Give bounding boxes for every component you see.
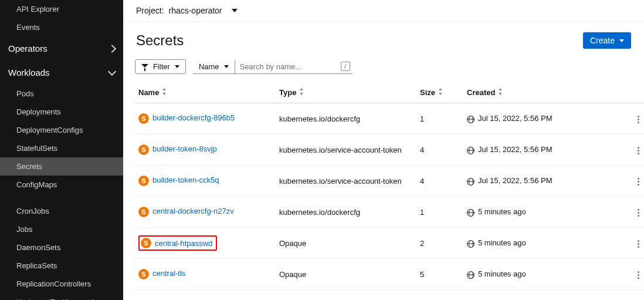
sidebar-item-cronjobs[interactable]: CronJobs	[0, 202, 123, 220]
secret-type: kubernetes.io/service-account-token	[276, 166, 416, 197]
table-row: Scentral-token-6pjkckubernetes.io/servic…	[135, 290, 644, 301]
sort-icon	[300, 88, 304, 95]
sidebar: API ExplorerEvents Operators Workloads P…	[0, 0, 123, 300]
create-button-label: Create	[590, 36, 615, 45]
globe-icon	[467, 240, 474, 248]
project-name[interactable]: rhacs-operator	[168, 6, 222, 15]
secret-link[interactable]: central-htpasswd	[155, 239, 212, 248]
secret-size: 4	[416, 134, 463, 166]
sidebar-item-deployments[interactable]: Deployments	[0, 103, 123, 121]
search-input[interactable]	[235, 60, 341, 73]
secret-size: 4	[416, 290, 463, 301]
sidebar-section-operators[interactable]: Operators	[0, 36, 123, 60]
secret-link[interactable]: central-dockercfg-n27zv	[152, 207, 234, 215]
create-button[interactable]: Create	[583, 32, 631, 49]
resource-badge-icon: S	[138, 113, 149, 124]
sidebar-section-label: Workloads	[8, 68, 50, 77]
main-content: Project: rhacs-operator Secrets Create F…	[123, 0, 644, 300]
secret-size: 1	[416, 197, 463, 228]
secret-created: Jul 15, 2022, 5:56 PM	[463, 134, 626, 166]
secret-created: Jul 15, 2022, 5:56 PM	[463, 166, 626, 197]
sidebar-item-configmaps[interactable]: ConfigMaps	[0, 176, 123, 194]
chevron-down-icon	[224, 65, 229, 68]
globe-icon	[467, 147, 474, 154]
col-type[interactable]: Type	[276, 82, 416, 103]
sidebar-item-pods[interactable]: Pods	[0, 85, 123, 103]
kebab-menu-icon[interactable]	[634, 174, 643, 189]
chevron-right-icon	[108, 44, 116, 52]
secrets-table: Name Type Size Created Sbuilder-dockercf…	[135, 82, 644, 300]
name-label: Name	[199, 62, 219, 71]
sidebar-item-secrets[interactable]: Secrets	[0, 157, 123, 176]
resource-badge-icon: S	[138, 176, 149, 186]
filter-dropdown[interactable]: Filter	[135, 59, 186, 74]
secret-size: 1	[416, 103, 463, 134]
secret-created: 5 minutes ago	[463, 228, 626, 259]
sort-icon	[162, 88, 167, 95]
secret-type: kubernetes.io/service-account-token	[276, 290, 416, 301]
kebab-menu-icon[interactable]	[634, 268, 643, 282]
table-row: Scentral-dockercfg-n27zvkubernetes.io/do…	[135, 197, 644, 228]
secret-type: kubernetes.io/service-account-token	[276, 134, 416, 166]
globe-icon	[467, 271, 474, 279]
secret-size: 4	[416, 166, 463, 197]
toolbar: Filter Name /	[123, 56, 644, 82]
resource-badge-icon: S	[138, 207, 149, 217]
secret-type: kubernetes.io/dockercfg	[276, 103, 416, 134]
resource-badge-icon: S	[138, 144, 149, 155]
table-row: Sbuilder-token-cck5qkubernetes.io/servic…	[135, 166, 644, 197]
chevron-down-icon	[175, 65, 179, 68]
sidebar-item-deploymentconfigs[interactable]: DeploymentConfigs	[0, 121, 123, 139]
secret-size: 5	[416, 259, 463, 290]
secret-link[interactable]: builder-token-cck5q	[152, 176, 219, 184]
secret-created: 5 minutes ago	[463, 197, 626, 228]
sidebar-item-horizontalpodautoscalers[interactable]: HorizontalPodAutoscalers	[0, 293, 123, 300]
secret-created: 5 minutes ago	[463, 259, 626, 290]
sidebar-section-workloads[interactable]: Workloads	[0, 60, 123, 85]
resource-badge-icon: S	[141, 238, 151, 248]
funnel-icon	[141, 64, 148, 70]
secret-size: 2	[416, 228, 463, 259]
col-size[interactable]: Size	[416, 82, 463, 103]
name-dropdown[interactable]: Name	[193, 60, 235, 73]
secret-type: Opaque	[276, 259, 416, 290]
table-row: Sbuilder-dockercfg-896b5kubernetes.io/do…	[135, 103, 644, 134]
table-row: Scentral-tlsOpaque55 minutes ago	[135, 259, 644, 290]
sort-icon	[439, 88, 443, 95]
secret-link[interactable]: builder-dockercfg-896b5	[152, 113, 235, 122]
chevron-down-icon	[108, 68, 116, 76]
sidebar-item[interactable]: API Explorer	[0, 0, 123, 18]
globe-icon	[467, 116, 474, 123]
kebab-menu-icon[interactable]	[634, 112, 643, 127]
secret-created: 5 minutes ago	[463, 290, 626, 301]
filter-label: Filter	[153, 62, 170, 71]
kebab-menu-icon[interactable]	[634, 205, 643, 220]
page-title: Secrets	[136, 32, 184, 49]
project-label: Project:	[136, 6, 164, 15]
sidebar-item-replicasets[interactable]: ReplicaSets	[0, 257, 123, 275]
secret-type: Opaque	[276, 228, 416, 259]
col-name[interactable]: Name	[135, 82, 276, 103]
secret-link[interactable]: builder-token-8svjp	[152, 144, 217, 153]
chevron-down-icon[interactable]	[232, 9, 238, 12]
kebab-menu-icon[interactable]	[634, 143, 643, 158]
sidebar-item[interactable]: Events	[0, 18, 123, 36]
chevron-down-icon	[619, 39, 624, 42]
sidebar-item-daemonsets[interactable]: DaemonSets	[0, 238, 123, 257]
table-row: Sbuilder-token-8svjpkubernetes.io/servic…	[135, 134, 644, 166]
search-group: Name /	[193, 60, 352, 74]
secret-type: kubernetes.io/dockercfg	[276, 197, 416, 228]
sidebar-item-jobs[interactable]: Jobs	[0, 220, 123, 238]
globe-icon	[467, 178, 474, 186]
kebab-menu-icon[interactable]	[634, 237, 643, 251]
project-bar: Project: rhacs-operator	[123, 0, 644, 22]
sort-icon	[499, 88, 503, 95]
sidebar-item-replicationcontrollers[interactable]: ReplicationControllers	[0, 275, 123, 293]
globe-icon	[467, 209, 474, 217]
sidebar-item-statefulsets[interactable]: StatefulSets	[0, 139, 123, 157]
col-created[interactable]: Created	[463, 82, 626, 103]
secret-link[interactable]: central-tls	[152, 269, 185, 278]
sidebar-section-label: Operators	[8, 43, 48, 53]
secret-created: Jul 15, 2022, 5:56 PM	[463, 103, 626, 134]
table-row: Scentral-htpasswdOpaque25 minutes ago	[135, 228, 644, 259]
